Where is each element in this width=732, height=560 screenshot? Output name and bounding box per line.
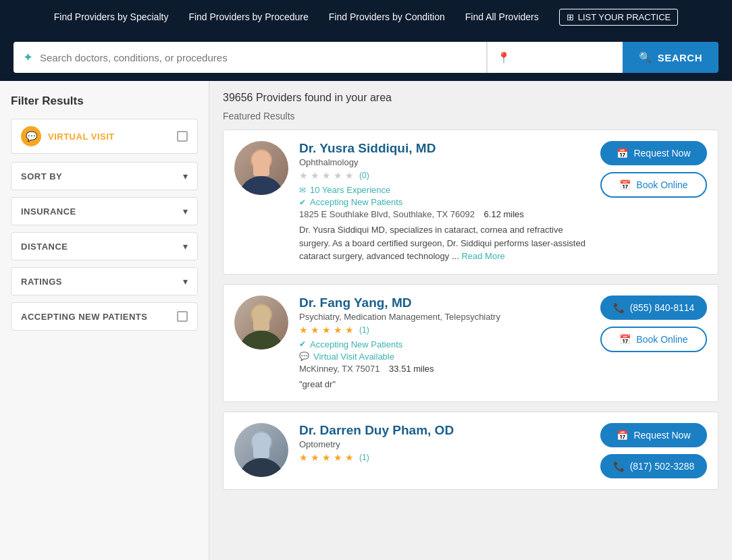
main-layout: Filter Results 💬 VIRTUAL VISIT SORT BY ▾…: [0, 81, 732, 560]
star1: ★: [299, 452, 308, 463]
star4: ★: [334, 325, 342, 335]
results-area: 39656 Providers found in your area Featu…: [209, 81, 732, 560]
provider-specialty-yang: Psychiatry, Medication Management, Telep…: [299, 312, 588, 322]
review-count-pham: (1): [359, 453, 369, 462]
experience-row-siddiqui: ✉ 10 Years Experience: [299, 185, 588, 195]
phone-icon: 📞: [613, 302, 625, 313]
search-button[interactable]: 🔍 SEARCH: [623, 42, 718, 73]
calendar-icon: 📅: [617, 148, 628, 159]
provider-photo-siddiqui: [234, 141, 288, 195]
star2: ★: [311, 170, 319, 181]
star4: ★: [334, 170, 342, 181]
star1: ★: [299, 325, 308, 335]
stars-row-pham: ★ ★ ★ ★ ★ (1): [299, 452, 588, 463]
virtual-visit-label: VIRTUAL VISIT: [48, 132, 115, 142]
virtual-row-yang: 💬 Virtual Visit Available: [299, 352, 588, 362]
search-magnifier-icon: 🔍: [639, 51, 652, 63]
accepting-row-siddiqui: ✔ Accepting New Patients: [299, 197, 588, 207]
svg-rect-7: [253, 317, 269, 331]
top-navigation: Find Providers by Specialty Find Provide…: [0, 0, 732, 34]
virtual-visit-checkbox[interactable]: [177, 131, 188, 142]
chat-icon: 💬: [299, 352, 309, 361]
nav-find-by-specialty[interactable]: Find Providers by Specialty: [54, 11, 169, 22]
phone-button-pham[interactable]: 📞 (817) 502-3288: [600, 454, 707, 478]
nav-find-all-providers[interactable]: Find All Providers: [465, 11, 539, 22]
insurance-label: INSURANCE: [21, 206, 76, 217]
location-input[interactable]: Roanoke, TX 76262: [516, 52, 610, 63]
search-input[interactable]: [40, 52, 477, 63]
book-online-button-yang[interactable]: 📅 Book Online: [600, 327, 707, 352]
envelope-icon: ✉: [299, 186, 306, 195]
chat-bubble-icon: 💬: [21, 126, 41, 146]
review-count-yang: (1): [359, 325, 369, 335]
svg-rect-11: [253, 445, 269, 458]
stethoscope-icon: ✦: [23, 50, 33, 65]
ratings-label: RATINGS: [21, 277, 62, 287]
svg-point-5: [240, 331, 283, 349]
quote-yang: "great dr": [299, 378, 588, 391]
star3: ★: [322, 452, 331, 463]
checkmark-circle-icon2: ✔: [299, 339, 306, 349]
ratings-chevron-icon: ▾: [183, 276, 188, 287]
filter-sidebar: Filter Results 💬 VIRTUAL VISIT SORT BY ▾…: [0, 81, 209, 560]
virtual-visit-filter[interactable]: 💬 VIRTUAL VISIT: [11, 119, 198, 154]
provider-name-siddiqui[interactable]: Dr. Yusra Siddiqui, MD: [299, 141, 588, 156]
star2: ★: [311, 452, 319, 463]
provider-card-yang: Dr. Fang Yang, MD Psychiatry, Medication…: [223, 284, 718, 403]
list-practice-button[interactable]: ⊞ LIST YOUR PRACTICE: [559, 9, 679, 26]
review-count-siddiqui: (0): [359, 171, 369, 180]
provider-card-siddiqui: Dr. Yusra Siddiqui, MD Ophthalmology ★ ★…: [223, 130, 718, 275]
star2: ★: [311, 325, 319, 335]
provider-info-yang: Dr. Fang Yang, MD Psychiatry, Medication…: [299, 296, 588, 391]
stars-row-siddiqui: ★ ★ ★ ★ ★ (0): [299, 170, 588, 181]
read-more-siddiqui[interactable]: Read More: [461, 251, 504, 261]
provider-actions-pham: 📅 Request Now 📞 (817) 502-3288: [599, 423, 707, 478]
provider-specialty-pham: Optometry: [299, 439, 588, 449]
sort-by-filter[interactable]: SORT BY ▾: [11, 162, 198, 190]
calendar4-icon: 📅: [617, 430, 628, 441]
accepting-checkbox[interactable]: [177, 311, 188, 322]
insurance-filter[interactable]: INSURANCE ▾: [11, 197, 198, 225]
star3: ★: [322, 170, 331, 181]
star3: ★: [322, 325, 331, 335]
request-now-button-siddiqui[interactable]: 📅 Request Now: [600, 141, 707, 165]
distance-chevron-icon: ▾: [183, 241, 188, 252]
insurance-chevron-icon: ▾: [183, 206, 188, 217]
svg-rect-3: [253, 163, 269, 176]
provider-name-yang[interactable]: Dr. Fang Yang, MD: [299, 296, 588, 310]
svg-point-1: [240, 176, 283, 195]
star5: ★: [345, 170, 354, 181]
nav-find-by-procedure[interactable]: Find Providers by Procedure: [188, 11, 308, 22]
results-count: 39656 Providers found in your area: [223, 92, 718, 104]
plus-icon: ⊞: [567, 12, 574, 22]
provider-info-pham: Dr. Darren Duy Pham, OD Optometry ★ ★ ★ …: [299, 423, 588, 467]
star4: ★: [334, 452, 342, 463]
ratings-filter[interactable]: RATINGS ▾: [11, 267, 198, 296]
distance-label: DISTANCE: [21, 242, 68, 252]
provider-actions-yang: 📞 (855) 840-8114 📅 Book Online: [599, 296, 707, 352]
accepting-label: ACCEPTING NEW PATIENTS: [21, 312, 147, 322]
description-siddiqui: Dr. Yusra Siddiqui MD, specializes in ca…: [299, 223, 588, 263]
accepting-patients-filter[interactable]: ACCEPTING NEW PATIENTS: [11, 302, 198, 331]
request-now-button-pham[interactable]: 📅 Request Now: [600, 423, 707, 447]
search-bar: ✦ 📍 Roanoke, TX 76262 🔍 SEARCH: [0, 34, 732, 81]
phone2-icon: 📞: [613, 461, 625, 472]
book-online-button-siddiqui[interactable]: 📅 Book Online: [600, 172, 707, 198]
provider-actions-siddiqui: 📅 Request Now 📅 Book Online: [599, 141, 707, 198]
address-siddiqui: 1825 E Southlake Blvd, Southlake, TX 760…: [299, 209, 588, 219]
featured-results-label: Featured Results: [223, 111, 718, 121]
provider-specialty-siddiqui: Ophthalmology: [299, 157, 588, 167]
distance-filter[interactable]: DISTANCE ▾: [11, 232, 198, 260]
provider-name-pham[interactable]: Dr. Darren Duy Pham, OD: [299, 423, 588, 438]
provider-photo-pham: [234, 423, 288, 477]
location-input-container: 📍 Roanoke, TX 76262: [488, 42, 623, 73]
calendar2-icon: 📅: [619, 179, 631, 190]
nav-find-by-condition[interactable]: Find Providers by Condition: [329, 11, 445, 22]
star1: ★: [299, 170, 308, 181]
sort-by-chevron-icon: ▾: [183, 171, 188, 181]
address-yang: McKinney, TX 75071 33.51 miles: [299, 364, 588, 374]
phone-button-yang[interactable]: 📞 (855) 840-8114: [600, 296, 707, 320]
filter-title: Filter Results: [11, 94, 198, 108]
stars-row-yang: ★ ★ ★ ★ ★ (1): [299, 325, 588, 335]
sort-by-label: SORT BY: [21, 171, 62, 181]
